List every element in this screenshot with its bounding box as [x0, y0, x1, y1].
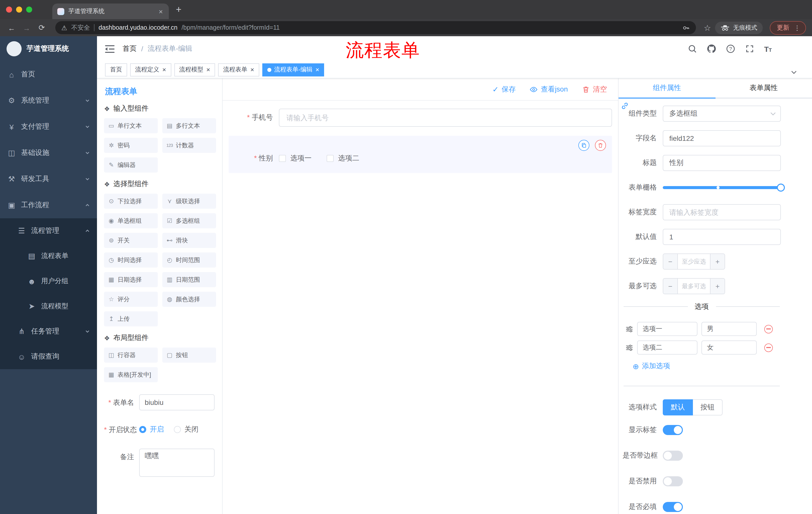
back-icon[interactable]: ← [6, 23, 17, 32]
close-icon[interactable]: × [316, 66, 319, 73]
component-type-select[interactable]: 多选框组 [663, 106, 781, 122]
breadcrumb-home[interactable]: 首页 [123, 44, 137, 53]
sidebar-logo[interactable]: 芋道管理系统 [0, 36, 97, 61]
reload-icon[interactable]: ⟳ [36, 23, 47, 32]
palette-item-button[interactable]: ▢按钮 [162, 348, 216, 362]
sidebar-item-leave-query[interactable]: ☺ 请假查询 [0, 344, 97, 369]
palette-item-checkbox-group[interactable]: ☑多选框组 [162, 213, 216, 228]
option-value-input[interactable] [701, 322, 757, 336]
palette-item-table[interactable]: ▦表格[开发中] [104, 367, 158, 382]
sidebar-item-devtools[interactable]: ⚒ 研发工具 [0, 166, 97, 192]
palette-item-radio-group[interactable]: ◉单选框组 [104, 213, 158, 228]
show-label-toggle[interactable] [663, 425, 683, 435]
palette-item-select[interactable]: ⊙下拉选择 [104, 194, 158, 209]
form-grid-slider[interactable] [663, 180, 781, 196]
status-on-radio[interactable]: 开启 [139, 425, 164, 434]
copy-widget-button[interactable] [578, 140, 589, 151]
palette-item-row-container[interactable]: ◫行容器 [104, 348, 158, 362]
option-value-input[interactable] [701, 341, 757, 355]
default-value-input[interactable] [663, 229, 781, 245]
tab-component-props[interactable]: 组件属性 [618, 78, 715, 98]
gender-widget-selected[interactable]: 性别 选项一 选项二 [229, 136, 612, 173]
gender-field[interactable]: 性别 选项一 选项二 [229, 154, 612, 163]
sidebar-item-task-mgmt[interactable]: ⋔ 任务管理 [0, 319, 97, 344]
palette-item-time-range[interactable]: ◴时间范围 [162, 252, 216, 268]
avatar-caret-icon[interactable] [791, 71, 797, 75]
minus-icon[interactable]: − [663, 279, 678, 294]
palette-item-password[interactable]: ✲密码 [104, 138, 158, 153]
font-size-icon[interactable]: TT [764, 45, 772, 53]
browser-update-button[interactable]: 更新 ⋮ [770, 21, 806, 34]
sidebar-collapse-icon[interactable] [105, 45, 115, 53]
max-select-input[interactable] [678, 279, 710, 294]
help-icon[interactable]: ? [726, 44, 735, 53]
palette-item-upload[interactable]: ↥上传 [104, 311, 158, 326]
option-label-input[interactable] [637, 341, 697, 355]
drag-handle-icon[interactable] [626, 344, 633, 351]
palette-item-time-picker[interactable]: ◷时间选择 [104, 252, 158, 268]
close-window-button[interactable] [6, 6, 12, 12]
sidebar-item-user-group[interactable]: ☻ 用户分组 [0, 269, 97, 294]
close-icon[interactable]: × [250, 66, 254, 73]
minus-icon[interactable]: − [663, 254, 678, 269]
password-key-icon[interactable] [682, 24, 690, 31]
sidebar-item-payment[interactable]: ¥ 支付管理 [0, 114, 97, 140]
tag-process-model[interactable]: 流程模型 × [174, 63, 215, 76]
add-option-button[interactable]: ⊕ 添加选项 [633, 361, 781, 371]
search-icon[interactable] [688, 44, 697, 53]
palette-item-date-picker[interactable]: ▦日期选择 [104, 272, 158, 287]
sidebar-item-system[interactable]: ⚙ 系统管理 [0, 87, 97, 114]
form-remark-textarea[interactable]: 嘿嘿 [139, 449, 214, 477]
tag-process-form[interactable]: 流程表单 × [218, 63, 259, 76]
tag-process-form-edit[interactable]: 流程表单-编辑 × [262, 63, 324, 76]
gender-option2-checkbox[interactable]: 选项二 [327, 154, 359, 163]
tab-form-props[interactable]: 表单属性 [715, 78, 812, 98]
view-json-button[interactable]: 查看json [530, 85, 568, 94]
sidebar-item-process-mgmt[interactable]: ☰ 流程管理 [0, 218, 97, 243]
required-toggle[interactable] [663, 502, 683, 512]
palette-item-color-picker[interactable]: ◍颜色选择 [162, 292, 216, 307]
minimize-window-button[interactable] [16, 6, 22, 12]
forward-icon[interactable]: → [21, 23, 32, 32]
form-name-input[interactable] [139, 394, 214, 410]
browser-tab[interactable]: 芋道管理系统 × [52, 3, 169, 19]
palette-item-single-line-text[interactable]: ▭单行文本 [104, 118, 158, 133]
gender-option1-checkbox[interactable]: 选项一 [279, 154, 312, 163]
plus-icon[interactable]: + [710, 279, 725, 294]
sidebar-item-process-model[interactable]: ➤ 流程模型 [0, 294, 97, 319]
border-toggle[interactable] [663, 451, 683, 461]
title-input[interactable] [663, 155, 781, 171]
tab-close-icon[interactable]: × [158, 7, 164, 15]
sidebar-item-infra[interactable]: ◫ 基础设施 [0, 140, 97, 166]
sidebar-item-process-form[interactable]: ▤ 流程表单 [0, 243, 97, 269]
palette-item-multi-line-text[interactable]: ▤多行文本 [162, 118, 216, 133]
palette-item-editor[interactable]: ✎编辑器 [104, 157, 158, 172]
palette-item-rate[interactable]: ☆评分 [104, 292, 158, 307]
remove-option-button[interactable] [764, 343, 773, 352]
style-default-button[interactable]: 默认 [663, 399, 693, 415]
delete-widget-button[interactable] [595, 140, 606, 151]
option-label-input[interactable] [637, 322, 697, 336]
min-select-input[interactable] [678, 254, 710, 269]
browser-menu-icon[interactable]: ⋮ [794, 24, 801, 31]
palette-item-slider[interactable]: ⊷滑块 [162, 233, 216, 248]
status-off-radio[interactable]: 关闭 [174, 425, 199, 434]
clear-button[interactable]: 清空 [582, 85, 607, 94]
slider-handle[interactable] [777, 184, 785, 192]
palette-item-switch[interactable]: ⊚开关 [104, 233, 158, 248]
sidebar-item-workflow[interactable]: ▣ 工作流程 [0, 192, 97, 218]
close-icon[interactable]: × [162, 66, 166, 73]
remove-option-button[interactable] [764, 325, 773, 333]
link-icon[interactable] [620, 102, 629, 110]
sidebar-item-home[interactable]: ⌂ 首页 [0, 61, 97, 87]
palette-item-date-range[interactable]: ▥日期范围 [162, 272, 216, 287]
slider-track[interactable] [663, 186, 781, 189]
phone-input[interactable] [279, 109, 612, 127]
plus-icon[interactable]: + [710, 254, 725, 269]
new-tab-button[interactable]: + [176, 4, 181, 15]
zoom-window-button[interactable] [26, 6, 32, 12]
close-icon[interactable]: × [206, 66, 210, 73]
bookmark-star-icon[interactable]: ☆ [704, 23, 711, 32]
tag-home[interactable]: 首页 [105, 63, 127, 76]
label-width-input[interactable] [663, 204, 781, 220]
